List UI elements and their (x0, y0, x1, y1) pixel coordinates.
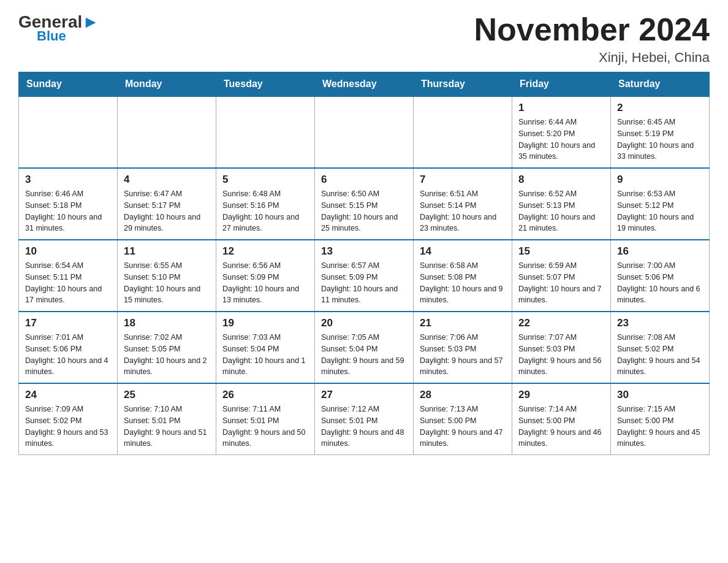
calendar-day-cell: 28Sunrise: 7:13 AMSunset: 5:00 PMDayligh… (414, 383, 512, 455)
calendar-day-cell (414, 96, 512, 168)
day-number: 17 (25, 317, 111, 329)
day-number: 25 (124, 389, 210, 401)
day-number: 22 (518, 317, 604, 329)
day-info: Sunrise: 6:55 AMSunset: 5:10 PMDaylight:… (124, 260, 210, 306)
calendar-week-row: 17Sunrise: 7:01 AMSunset: 5:06 PMDayligh… (19, 312, 710, 383)
day-number: 3 (25, 174, 111, 186)
day-number: 21 (420, 317, 506, 329)
day-number: 11 (124, 245, 210, 258)
day-number: 14 (420, 245, 506, 258)
logo-blue-text: Blue (37, 28, 66, 44)
day-info: Sunrise: 6:52 AMSunset: 5:13 PMDaylight:… (518, 188, 604, 234)
calendar-day-cell: 10Sunrise: 6:54 AMSunset: 5:11 PMDayligh… (19, 240, 118, 312)
day-number: 2 (617, 102, 703, 114)
calendar-day-cell (19, 96, 118, 168)
calendar-day-cell: 14Sunrise: 6:58 AMSunset: 5:08 PMDayligh… (414, 240, 512, 312)
day-info: Sunrise: 7:01 AMSunset: 5:06 PMDaylight:… (25, 332, 111, 378)
calendar-day-cell: 19Sunrise: 7:03 AMSunset: 5:04 PMDayligh… (216, 312, 315, 383)
calendar-day-cell: 2Sunrise: 6:45 AMSunset: 5:19 PMDaylight… (611, 96, 710, 168)
calendar-day-cell: 21Sunrise: 7:06 AMSunset: 5:03 PMDayligh… (414, 312, 512, 383)
calendar-day-cell: 25Sunrise: 7:10 AMSunset: 5:01 PMDayligh… (118, 383, 216, 455)
title-block: November 2024 Xinji, Hebei, China (474, 12, 710, 66)
calendar-day-cell: 20Sunrise: 7:05 AMSunset: 5:04 PMDayligh… (315, 312, 414, 383)
day-info: Sunrise: 7:02 AMSunset: 5:05 PMDaylight:… (124, 332, 210, 378)
day-info: Sunrise: 7:10 AMSunset: 5:01 PMDaylight:… (124, 404, 210, 450)
day-info: Sunrise: 6:59 AMSunset: 5:07 PMDaylight:… (518, 260, 604, 306)
day-info: Sunrise: 6:57 AMSunset: 5:09 PMDaylight:… (321, 260, 407, 306)
day-info: Sunrise: 6:54 AMSunset: 5:11 PMDaylight:… (25, 260, 111, 306)
day-info: Sunrise: 7:03 AMSunset: 5:04 PMDaylight:… (222, 332, 308, 378)
day-info: Sunrise: 7:05 AMSunset: 5:04 PMDaylight:… (321, 332, 407, 378)
day-number: 26 (222, 389, 308, 401)
day-number: 7 (420, 174, 506, 186)
day-number: 18 (124, 317, 210, 329)
day-info: Sunrise: 7:08 AMSunset: 5:02 PMDaylight:… (617, 332, 703, 378)
day-info: Sunrise: 6:47 AMSunset: 5:17 PMDaylight:… (124, 188, 210, 234)
calendar-week-row: 1Sunrise: 6:44 AMSunset: 5:20 PMDaylight… (19, 96, 710, 168)
page-header: General► Blue November 2024 Xinji, Hebei… (18, 12, 710, 66)
calendar-day-cell: 30Sunrise: 7:15 AMSunset: 5:00 PMDayligh… (611, 383, 710, 455)
calendar-day-cell: 5Sunrise: 6:48 AMSunset: 5:16 PMDaylight… (216, 168, 315, 240)
calendar-day-cell: 24Sunrise: 7:09 AMSunset: 5:02 PMDayligh… (19, 383, 118, 455)
calendar-day-cell: 12Sunrise: 6:56 AMSunset: 5:09 PMDayligh… (216, 240, 315, 312)
day-number: 6 (321, 174, 407, 186)
day-number: 23 (617, 317, 703, 329)
month-title: November 2024 (474, 12, 710, 47)
weekday-header-sunday: Sunday (19, 72, 118, 97)
weekday-header-monday: Monday (118, 72, 216, 97)
calendar-day-cell: 8Sunrise: 6:52 AMSunset: 5:13 PMDaylight… (512, 168, 611, 240)
day-info: Sunrise: 7:13 AMSunset: 5:00 PMDaylight:… (420, 404, 506, 450)
day-info: Sunrise: 7:14 AMSunset: 5:00 PMDaylight:… (518, 404, 604, 450)
day-info: Sunrise: 6:50 AMSunset: 5:15 PMDaylight:… (321, 188, 407, 234)
day-number: 28 (420, 389, 506, 401)
logo: General► Blue (18, 12, 99, 44)
day-info: Sunrise: 6:48 AMSunset: 5:16 PMDaylight:… (222, 188, 308, 234)
weekday-header-row: SundayMondayTuesdayWednesdayThursdayFrid… (19, 72, 710, 97)
calendar-day-cell (118, 96, 216, 168)
weekday-header-wednesday: Wednesday (315, 72, 414, 97)
day-number: 8 (518, 174, 604, 186)
calendar-day-cell: 9Sunrise: 6:53 AMSunset: 5:12 PMDaylight… (611, 168, 710, 240)
calendar-day-cell: 18Sunrise: 7:02 AMSunset: 5:05 PMDayligh… (118, 312, 216, 383)
day-number: 1 (518, 102, 604, 114)
calendar-day-cell: 26Sunrise: 7:11 AMSunset: 5:01 PMDayligh… (216, 383, 315, 455)
day-info: Sunrise: 6:45 AMSunset: 5:19 PMDaylight:… (617, 117, 703, 163)
day-info: Sunrise: 7:12 AMSunset: 5:01 PMDaylight:… (321, 404, 407, 450)
day-info: Sunrise: 6:58 AMSunset: 5:08 PMDaylight:… (420, 260, 506, 306)
calendar-week-row: 10Sunrise: 6:54 AMSunset: 5:11 PMDayligh… (19, 240, 710, 312)
day-number: 29 (518, 389, 604, 401)
day-number: 10 (25, 245, 111, 258)
calendar-day-cell: 4Sunrise: 6:47 AMSunset: 5:17 PMDaylight… (118, 168, 216, 240)
calendar-day-cell: 27Sunrise: 7:12 AMSunset: 5:01 PMDayligh… (315, 383, 414, 455)
day-info: Sunrise: 7:09 AMSunset: 5:02 PMDaylight:… (25, 404, 111, 450)
calendar-day-cell: 23Sunrise: 7:08 AMSunset: 5:02 PMDayligh… (611, 312, 710, 383)
day-number: 4 (124, 174, 210, 186)
calendar-week-row: 3Sunrise: 6:46 AMSunset: 5:18 PMDaylight… (19, 168, 710, 240)
calendar-day-cell: 17Sunrise: 7:01 AMSunset: 5:06 PMDayligh… (19, 312, 118, 383)
calendar-day-cell: 29Sunrise: 7:14 AMSunset: 5:00 PMDayligh… (512, 383, 611, 455)
calendar-day-cell (315, 96, 414, 168)
day-info: Sunrise: 6:53 AMSunset: 5:12 PMDaylight:… (617, 188, 703, 234)
day-info: Sunrise: 6:51 AMSunset: 5:14 PMDaylight:… (420, 188, 506, 234)
day-info: Sunrise: 7:11 AMSunset: 5:01 PMDaylight:… (222, 404, 308, 450)
day-number: 20 (321, 317, 407, 329)
calendar-day-cell: 16Sunrise: 7:00 AMSunset: 5:06 PMDayligh… (611, 240, 710, 312)
day-info: Sunrise: 6:56 AMSunset: 5:09 PMDaylight:… (222, 260, 308, 306)
weekday-header-saturday: Saturday (611, 72, 710, 97)
calendar-day-cell: 22Sunrise: 7:07 AMSunset: 5:03 PMDayligh… (512, 312, 611, 383)
day-info: Sunrise: 7:07 AMSunset: 5:03 PMDaylight:… (518, 332, 604, 378)
calendar-day-cell: 1Sunrise: 6:44 AMSunset: 5:20 PMDaylight… (512, 96, 611, 168)
calendar-day-cell: 7Sunrise: 6:51 AMSunset: 5:14 PMDaylight… (414, 168, 512, 240)
calendar-day-cell (216, 96, 315, 168)
day-number: 13 (321, 245, 407, 258)
day-number: 19 (222, 317, 308, 329)
location-text: Xinji, Hebei, China (474, 50, 710, 66)
calendar-day-cell: 13Sunrise: 6:57 AMSunset: 5:09 PMDayligh… (315, 240, 414, 312)
calendar-day-cell: 15Sunrise: 6:59 AMSunset: 5:07 PMDayligh… (512, 240, 611, 312)
day-number: 30 (617, 389, 703, 401)
weekday-header-tuesday: Tuesday (216, 72, 315, 97)
day-number: 12 (222, 245, 308, 258)
day-number: 15 (518, 245, 604, 258)
calendar-week-row: 24Sunrise: 7:09 AMSunset: 5:02 PMDayligh… (19, 383, 710, 455)
day-info: Sunrise: 7:06 AMSunset: 5:03 PMDaylight:… (420, 332, 506, 378)
